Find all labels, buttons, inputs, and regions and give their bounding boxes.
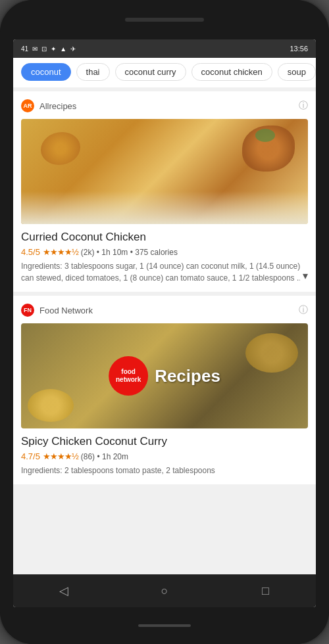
foodnetwork-recipe-image[interactable]: food network Recipes <box>21 323 308 428</box>
back-icon: ◁ <box>59 584 68 598</box>
status-left: 41 ✉ ⊡ ✦ ▲ ✈ <box>21 45 76 53</box>
allrecipes-ingredients: Ingredients: 3 tablespoons sugar, 1 (14 … <box>21 260 308 284</box>
wifi-icon: ▲ <box>60 45 66 53</box>
food-network-circle-logo: food network <box>109 356 148 396</box>
source-left-foodnetwork: FN Food Network <box>21 304 93 317</box>
allrecipes-rating-value: 4.5/5 <box>21 247 40 257</box>
cast-icon: ⊡ <box>41 45 47 53</box>
chip-thai[interactable]: thai <box>76 63 110 81</box>
home-indicator <box>138 624 191 627</box>
phone-speaker <box>125 18 204 22</box>
food-recipes-label: Recipes <box>155 366 220 386</box>
chip-coconut-curry[interactable]: coconut curry <box>115 63 186 81</box>
allrecipes-logo: AR <box>21 99 34 112</box>
sim-icon: 41 <box>21 45 28 53</box>
recents-button[interactable]: □ <box>252 578 278 604</box>
source-row-allrecipes: AR Allrecipes ⓘ <box>21 99 308 112</box>
recipe-card-allrecipes[interactable]: AR Allrecipes ⓘ Curried Coconut Chicken … <box>13 91 316 292</box>
bluetooth-icon: ✦ <box>51 45 56 53</box>
phone-screen: 41 ✉ ⊡ ✦ ▲ ✈ 13:56 coconut thai coconut … <box>13 39 316 607</box>
foodnetwork-rating-meta: (86) • 1h 20m <box>81 452 128 461</box>
food-network-overlay: food network Recipes <box>109 356 220 396</box>
back-button[interactable]: ◁ <box>51 578 77 604</box>
home-button[interactable]: ○ <box>151 578 178 604</box>
chips-row: coconut thai coconut curry coconut chick… <box>13 58 316 87</box>
foodnetwork-rating-value: 4.7/5 <box>21 451 40 461</box>
foodnetwork-stars: ★★★★½ <box>43 451 78 461</box>
chip-coconut[interactable]: coconut <box>21 63 71 81</box>
foodnetwork-ingredients: Ingredients: 2 tablespoons tomato paste,… <box>21 465 308 476</box>
chip-coconut-chicken[interactable]: coconut chicken <box>191 63 272 81</box>
allrecipes-source-name: Allrecipes <box>39 101 76 111</box>
airplane-icon: ✈ <box>70 45 76 53</box>
time-display: 13:56 <box>290 45 308 53</box>
allrecipes-recipe-image[interactable] <box>21 119 308 224</box>
allrecipes-recipe-title: Curried Coconut Chicken <box>21 231 308 244</box>
recents-icon: □ <box>262 584 269 598</box>
recipe-card-foodnetwork[interactable]: FN Food Network ⓘ food network Recip <box>13 296 316 484</box>
status-bar: 41 ✉ ⊡ ✦ ▲ ✈ 13:56 <box>13 39 316 58</box>
allrecipes-rating-row: 4.5/5 ★★★★½ (2k) • 1h 10m • 375 calories <box>21 247 308 257</box>
source-row-foodnetwork: FN Food Network ⓘ <box>21 304 308 317</box>
foodnetwork-recipe-title: Spicy Chicken Coconut Curry <box>21 435 308 448</box>
foodnetwork-logo: FN <box>21 304 34 317</box>
phone-top-bar <box>0 0 329 39</box>
foodnetwork-rating-row: 4.7/5 ★★★★½ (86) • 1h 20m <box>21 451 308 461</box>
foodnetwork-arrow-icon[interactable]: ⓘ <box>299 304 308 316</box>
allrecipes-stars: ★★★★½ <box>43 247 78 257</box>
phone-bottom-bar <box>0 607 329 644</box>
content-area[interactable]: AR Allrecipes ⓘ Curried Coconut Chicken … <box>13 87 316 574</box>
home-icon: ○ <box>161 584 168 598</box>
bottom-nav: ◁ ○ □ <box>13 574 316 607</box>
allrecipes-rating-meta: (2k) • 1h 10m • 375 calories <box>81 248 178 257</box>
expand-button-allrecipes[interactable]: ▾ <box>300 268 308 284</box>
allrecipes-arrow-icon[interactable]: ⓘ <box>299 100 308 112</box>
phone-frame: 41 ✉ ⊡ ✦ ▲ ✈ 13:56 coconut thai coconut … <box>0 0 329 644</box>
chip-soup[interactable]: soup <box>278 63 316 81</box>
notification-icon: ✉ <box>32 45 38 53</box>
source-left-allrecipes: AR Allrecipes <box>21 99 76 112</box>
status-right: 13:56 <box>290 45 308 53</box>
foodnetwork-source-name: Food Network <box>39 306 93 315</box>
